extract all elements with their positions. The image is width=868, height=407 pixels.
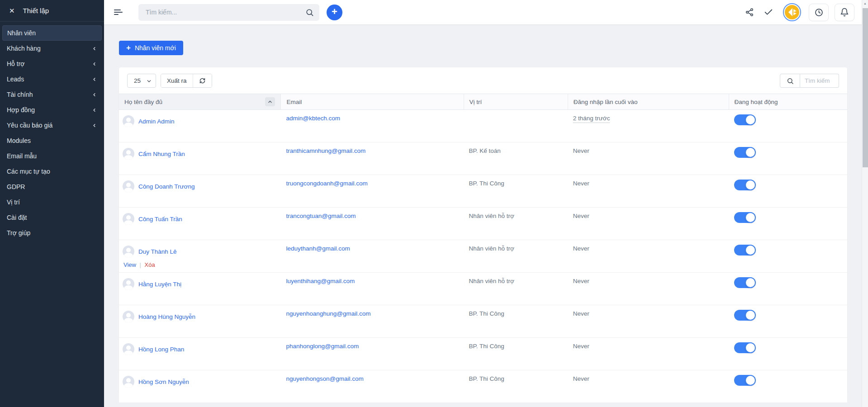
active-toggle[interactable] — [734, 180, 755, 190]
staff-email-link[interactable]: nguyenhoanghung@gmail.com — [286, 310, 370, 317]
cell-last-login: Never — [568, 305, 729, 337]
close-icon[interactable]: ✕ — [9, 7, 15, 15]
sidebar-item[interactable]: Các mục tự tạo — [0, 164, 104, 179]
cell-last-login: Never — [568, 370, 729, 402]
cell-active — [729, 110, 847, 142]
cell-position: BP. Thi Công — [464, 175, 568, 207]
sidebar-item-label: Email mẫu — [7, 152, 37, 160]
last-login-value: Never — [573, 278, 589, 284]
cell-last-login: Never — [568, 273, 729, 305]
last-login-value: Never — [573, 343, 589, 350]
staff-email-link[interactable]: admin@kbtech.com — [286, 115, 340, 122]
staff-email-link[interactable]: phanhonglong@gmail.com — [286, 343, 359, 350]
cell-position: BP. Thi Công — [464, 338, 568, 370]
column-header-lastlogin[interactable]: Đăng nhập lần cuối vào — [568, 94, 729, 109]
column-header-position[interactable]: Vị trí — [464, 94, 568, 109]
sidebar-item[interactable]: Nhân viên — [2, 25, 102, 41]
staff-email-link[interactable]: nguyenhongson@gmail.com — [286, 375, 363, 382]
notifications-bell-button[interactable] — [835, 4, 854, 21]
sidebar-item-label: Vị trí — [7, 199, 20, 206]
staff-email-link[interactable]: tranthicamnhung@gmail.com — [286, 147, 365, 154]
active-toggle[interactable] — [734, 342, 755, 353]
staff-name-link[interactable]: Công Tuấn Trần — [138, 216, 182, 222]
sidebar-item[interactable]: Trợ giúp — [0, 225, 104, 241]
toggle-knob — [745, 375, 756, 386]
sidebar-item[interactable]: Email mẫu — [0, 148, 104, 164]
quick-add-button[interactable]: + — [327, 5, 342, 20]
chevron-left-icon — [92, 108, 97, 113]
sidebar-item[interactable]: Hỗ trợ — [0, 56, 104, 71]
sidebar-item[interactable]: Leads — [0, 71, 104, 87]
column-header-active[interactable]: Đang hoạt động — [729, 94, 847, 109]
sidebar-item[interactable]: Khách hàng — [0, 41, 104, 56]
table-search-icon[interactable] — [780, 74, 800, 88]
active-toggle[interactable] — [734, 147, 755, 158]
view-link[interactable]: View — [123, 261, 136, 268]
staff-name-link[interactable]: Cẩm Nhung Trần — [138, 151, 185, 157]
table-row: Hoàng Hùng Nguyễn nguyenhoanghung@gmail.… — [119, 305, 847, 338]
scrollbar-thumb[interactable] — [863, 8, 868, 167]
sidebar-item-label: Các mục tự tạo — [7, 168, 50, 175]
sidebar-item[interactable]: Cài đặt — [0, 210, 104, 225]
user-avatar[interactable] — [783, 3, 801, 21]
table-row: Hồng Long Phan phanhonglong@gmail.com BP… — [119, 338, 847, 370]
active-toggle[interactable] — [734, 310, 755, 321]
window-scrollbar[interactable]: ▲ — [862, 0, 868, 407]
staff-email-link[interactable]: trancongtuan@gmail.com — [286, 213, 356, 219]
staff-email-link[interactable]: leduythanh@gmail.com — [286, 245, 350, 252]
table-search-input[interactable] — [800, 74, 839, 88]
refresh-button[interactable] — [193, 74, 212, 87]
timesheet-clock-button[interactable] — [809, 4, 829, 21]
staff-table-card: 25 Xuất ra Họ tên đầy đủ — [119, 67, 847, 393]
chevron-left-icon — [92, 92, 97, 97]
toggle-knob — [745, 245, 756, 256]
staff-name-link[interactable]: Hồng Sơn Nguyễn — [138, 379, 189, 385]
active-toggle[interactable] — [734, 375, 755, 386]
export-button[interactable]: Xuất ra — [161, 74, 193, 87]
staff-avatar — [123, 376, 134, 388]
staff-name-link[interactable]: Duy Thành Lê — [138, 248, 177, 255]
chevron-left-icon — [92, 62, 97, 66]
staff-name-link[interactable]: Công Doanh Trương — [138, 183, 194, 190]
sidebar-item[interactable]: Hợp đồng — [0, 102, 104, 118]
sidebar-item[interactable]: Modules — [0, 133, 104, 148]
cell-fullname: Hằng Luyện Thị — [119, 273, 280, 305]
new-staff-button[interactable]: + Nhân viên mới — [119, 41, 183, 55]
sidebar-item-label: Hợp đồng — [7, 106, 35, 114]
active-toggle[interactable] — [734, 114, 755, 125]
column-header-email[interactable]: Email — [280, 94, 463, 109]
active-toggle[interactable] — [734, 212, 755, 223]
active-toggle[interactable] — [734, 277, 755, 288]
sidebar-item[interactable]: Tài chính — [0, 87, 104, 102]
search-icon[interactable] — [305, 8, 314, 17]
cell-position: Nhân viên hỗ trợ — [464, 240, 568, 272]
sidebar-item[interactable]: GDPR — [0, 179, 104, 194]
table-search — [780, 74, 839, 88]
global-search-input[interactable] — [146, 9, 305, 16]
delete-link[interactable]: Xóa — [145, 261, 155, 268]
toggle-knob — [745, 310, 756, 321]
staff-name-link[interactable]: Admin Admin — [138, 118, 175, 125]
column-header-fullname[interactable]: Họ tên đầy đủ — [119, 94, 280, 109]
sidebar-item[interactable]: Yêu cầu báo giá — [0, 118, 104, 133]
sort-asc-icon[interactable] — [265, 97, 275, 106]
staff-email-link[interactable]: luyenthihang@gmail.com — [286, 278, 355, 284]
staff-name-link[interactable]: Hằng Luyện Thị — [138, 281, 181, 288]
check-icon[interactable] — [762, 5, 775, 19]
topbar-actions — [743, 3, 854, 21]
menu-toggle-icon[interactable] — [114, 8, 123, 16]
cell-last-login: Never — [568, 175, 729, 207]
cell-position: BP. Thi Công — [464, 370, 568, 402]
page-size-value: 25 — [134, 77, 141, 84]
share-icon[interactable] — [743, 6, 756, 19]
scrollbar-up-arrow[interactable]: ▲ — [862, 0, 868, 5]
active-toggle[interactable] — [734, 245, 755, 256]
staff-email-link[interactable]: truongcongdoanh@gmail.com — [286, 180, 367, 187]
staff-name-link[interactable]: Hoàng Hùng Nguyễn — [138, 313, 195, 320]
sidebar-item[interactable]: Vị trí — [0, 194, 104, 210]
last-login-value: Never — [573, 245, 589, 252]
sidebar-header: ✕ Thiết lập — [0, 0, 104, 22]
staff-name-link[interactable]: Hồng Long Phan — [138, 346, 184, 353]
staff-avatar — [123, 246, 134, 257]
page-size-select[interactable]: 25 — [127, 74, 156, 88]
